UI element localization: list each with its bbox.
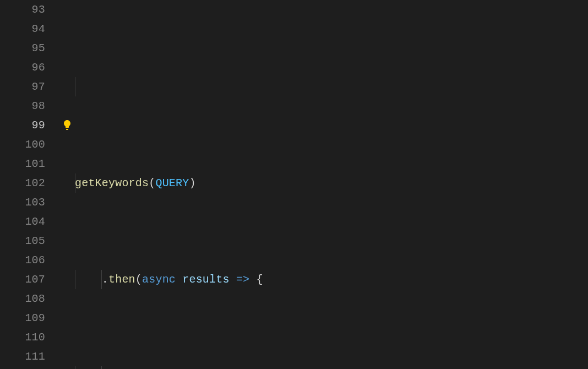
line-number: 93 <box>0 0 45 19</box>
line-number: 103 <box>0 193 45 212</box>
line-number: 102 <box>0 173 45 193</box>
line-number: 101 <box>0 154 45 173</box>
line-number: 94 <box>0 19 45 39</box>
line-number-gutter: 93 94 95 96 97 98 99 100 101 102 103 104… <box>0 0 55 369</box>
code-line <box>75 77 588 96</box>
line-number: 100 <box>0 135 45 154</box>
code-line: getKeywords(QUERY) <box>75 173 588 193</box>
line-number: 104 <box>0 212 45 231</box>
line-number: 109 <box>0 308 45 328</box>
line-number: 108 <box>0 289 45 308</box>
line-number: 96 <box>0 58 45 77</box>
line-number: 110 <box>0 328 45 347</box>
code-area[interactable]: getKeywords(QUERY) .then(async results =… <box>55 0 588 369</box>
code-line: .then(async results => { <box>75 270 588 289</box>
line-number: 99 <box>0 116 45 135</box>
line-number: 97 <box>0 77 45 96</box>
code-line: let { keywords } = results <box>75 366 588 369</box>
code-editor[interactable]: 93 94 95 96 97 98 99 100 101 102 103 104… <box>0 0 588 369</box>
line-number: 107 <box>0 270 45 289</box>
line-number: 95 <box>0 39 45 58</box>
line-number: 111 <box>0 347 45 366</box>
line-number: 98 <box>0 96 45 116</box>
line-number: 105 <box>0 231 45 251</box>
line-number: 106 <box>0 251 45 270</box>
